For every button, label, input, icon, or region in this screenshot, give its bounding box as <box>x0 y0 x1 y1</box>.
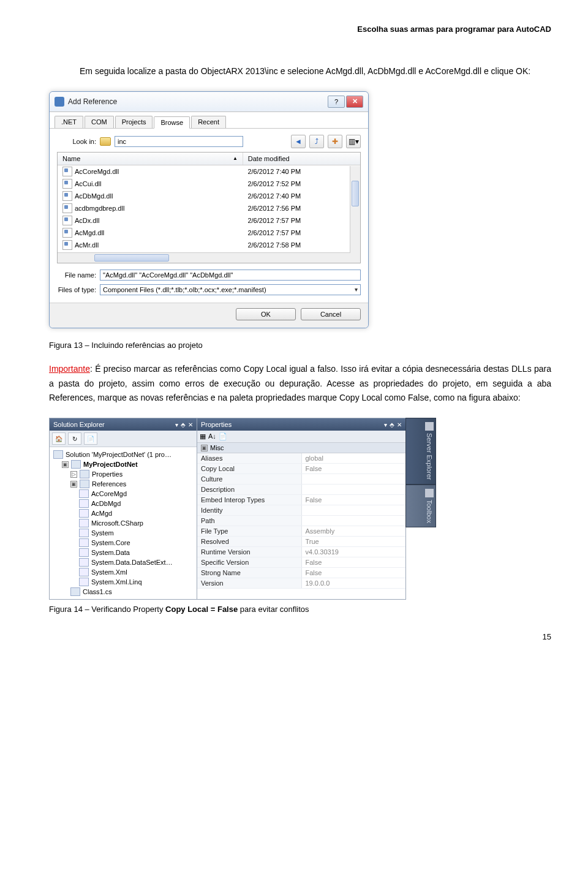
toolbox-icon <box>425 489 434 497</box>
server-icon <box>425 422 434 431</box>
file-listing: Name▲ Date modified AcCoreMgd.dll2/6/201… <box>57 152 361 263</box>
add-reference-dialog: Add Reference ? ✕ .NET COM Projects Brow… <box>49 91 369 328</box>
tree-solution[interactable]: Solution 'MyProjectDotNet' (1 pro… <box>53 450 193 459</box>
file-icon <box>62 167 72 176</box>
tree-ref-item[interactable]: AcDbMgd <box>53 499 193 508</box>
filetype-label: Files of type: <box>57 286 96 293</box>
cancel-button[interactable]: Cancel <box>301 308 361 320</box>
dropdown-icon[interactable]: ▾ <box>175 421 178 428</box>
tree-class-file[interactable]: Class1.cs <box>53 587 193 597</box>
side-tabs: Server Explorer Toolbox <box>405 418 436 600</box>
tree-ref-item[interactable]: AcMgd <box>53 508 193 518</box>
tab-net[interactable]: .NET <box>55 116 83 128</box>
scrollbar-vertical[interactable] <box>350 166 360 263</box>
toolbar-btn[interactable]: 🏠 <box>52 432 66 445</box>
tree-ref-item[interactable]: System.Data <box>53 548 193 557</box>
up-icon[interactable]: ⤴ <box>309 135 324 148</box>
prop-row[interactable]: Copy LocalFalse <box>197 464 405 474</box>
toolbar-btn[interactable]: 📄 <box>84 432 97 445</box>
prop-section-misc[interactable]: ▣Misc <box>197 443 405 453</box>
prop-row[interactable]: Culture <box>197 474 405 485</box>
filename-label: File name: <box>57 271 96 279</box>
figure-14-caption: Figura 14 – Verificando Property Copy Lo… <box>49 605 551 614</box>
vs-panels: Solution Explorer ▾ ⬘ ✕ 🏠 ↻ 📄 Solution '… <box>49 418 447 600</box>
scrollbar-horizontal[interactable] <box>58 252 350 263</box>
tree-references[interactable]: ▣References <box>53 479 193 489</box>
solution-tree: Solution 'MyProjectDotNet' (1 pro… ▣MyPr… <box>50 447 197 599</box>
close-icon[interactable]: ✕ <box>397 421 402 428</box>
tab-strip: .NET COM Projects Browse Recent <box>50 112 368 128</box>
solution-explorer-titlebar: Solution Explorer ▾ ⬘ ✕ <box>50 418 197 431</box>
prop-row[interactable]: Runtime Versionv4.0.30319 <box>197 547 405 557</box>
file-icon <box>62 216 72 225</box>
tree-ref-item[interactable]: System.Data.DataSetExt… <box>53 557 193 567</box>
file-icon <box>62 240 72 250</box>
col-header-date[interactable]: Date modified <box>243 153 360 165</box>
prop-row[interactable]: Identity <box>197 505 405 516</box>
intro-text: Em seguida localize a pasta do ObjectARX… <box>49 64 551 79</box>
prop-row[interactable]: Description <box>197 485 405 495</box>
file-row[interactable]: AcCui.dll2/6/2012 7:52 PM <box>58 178 360 190</box>
file-icon <box>62 191 72 201</box>
views-icon[interactable]: ▥▾ <box>346 135 361 148</box>
file-row[interactable]: AcMr.dll2/6/2012 7:58 PM <box>58 239 360 251</box>
properties-panel: Properties ▾ ⬘ ✕ ▦ A↓ 📄 ▣Misc Aliasesglo… <box>197 418 406 600</box>
prop-row[interactable]: Strong NameFalse <box>197 568 405 578</box>
prop-row[interactable]: Specific VersionFalse <box>197 557 405 568</box>
file-row[interactable]: acdbmgdbrep.dll2/6/2012 7:56 PM <box>58 202 360 214</box>
properties-titlebar: Properties ▾ ⬘ ✕ <box>197 418 405 431</box>
pin-icon[interactable]: ⬘ <box>181 421 186 428</box>
prop-row[interactable]: Aliasesglobal <box>197 453 405 464</box>
tab-projects[interactable]: Projects <box>115 116 153 128</box>
new-folder-icon[interactable]: ✚ <box>328 135 342 148</box>
important-paragraph: Importante: É preciso marcar as referênc… <box>49 362 551 406</box>
help-button[interactable]: ? <box>328 96 345 108</box>
prop-row[interactable]: File TypeAssembly <box>197 526 405 537</box>
tree-project[interactable]: ▣MyProjectDotNet <box>53 459 193 469</box>
folder-icon <box>100 137 111 146</box>
tree-ref-item[interactable]: System.Xml.Linq <box>53 577 193 587</box>
server-explorer-tab[interactable]: Server Explorer <box>405 418 436 484</box>
lookin-label: Look in: <box>57 138 96 145</box>
ok-button[interactable]: OK <box>236 308 296 320</box>
prop-pages-icon[interactable]: 📄 <box>219 432 227 440</box>
dropdown-icon[interactable]: ▾ <box>384 421 387 428</box>
solution-toolbar: 🏠 ↻ 📄 <box>50 431 197 447</box>
filename-field[interactable]: "AcMgd.dll" "AcCoreMgd.dll" "AcDbMgd.dll… <box>100 270 361 281</box>
col-header-name[interactable]: Name▲ <box>58 153 243 165</box>
file-icon <box>62 179 72 189</box>
tree-ref-item[interactable]: Microsoft.CSharp <box>53 518 193 528</box>
toolbox-tab[interactable]: Toolbox <box>405 485 436 527</box>
tab-recent[interactable]: Recent <box>191 116 226 128</box>
file-row[interactable]: AcMgd.dll2/6/2012 7:57 PM <box>58 227 360 239</box>
filetype-combo[interactable]: Component Files (*.dll;*.tlb;*.olb;*.ocx… <box>100 284 361 295</box>
lookin-combo[interactable]: inc <box>115 136 243 147</box>
tree-properties[interactable]: ▷Properties <box>53 469 193 479</box>
figure-13-caption: Figura 13 – Incluindo referências ao pro… <box>49 341 551 350</box>
tree-ref-item[interactable]: AcCoreMgd <box>53 489 193 499</box>
back-icon[interactable]: ◄ <box>291 135 306 148</box>
properties-toolbar: ▦ A↓ 📄 <box>197 431 405 443</box>
prop-row[interactable]: Version19.0.0.0 <box>197 578 405 589</box>
prop-row[interactable]: ResolvedTrue <box>197 537 405 547</box>
dialog-titlebar: Add Reference ? ✕ <box>50 92 368 112</box>
file-row[interactable]: AcCoreMgd.dll2/6/2012 7:40 PM <box>58 165 360 178</box>
close-button[interactable]: ✕ <box>346 96 363 108</box>
tab-com[interactable]: COM <box>85 116 114 128</box>
tree-ref-item[interactable]: System <box>53 528 193 538</box>
file-row[interactable]: AcDx.dll2/6/2012 7:57 PM <box>58 214 360 227</box>
pin-icon[interactable]: ⬘ <box>390 421 394 428</box>
alpha-icon[interactable]: A↓ <box>208 432 216 440</box>
page-number: 15 <box>49 632 551 641</box>
tree-ref-item[interactable]: System.Core <box>53 538 193 548</box>
close-icon[interactable]: ✕ <box>188 421 193 428</box>
toolbar-btn[interactable]: ↻ <box>68 432 81 445</box>
categorized-icon[interactable]: ▦ <box>200 432 206 440</box>
lookin-row: Look in: inc ◄ ⤴ ✚ ▥▾ <box>57 135 361 148</box>
file-row[interactable]: AcDbMgd.dll2/6/2012 7:40 PM <box>58 190 360 202</box>
prop-row[interactable]: Path <box>197 516 405 526</box>
tree-ref-item[interactable]: System.Xml <box>53 567 193 577</box>
file-icon <box>62 228 72 238</box>
prop-row[interactable]: Embed Interop TypesFalse <box>197 495 405 505</box>
tab-browse[interactable]: Browse <box>154 116 190 129</box>
